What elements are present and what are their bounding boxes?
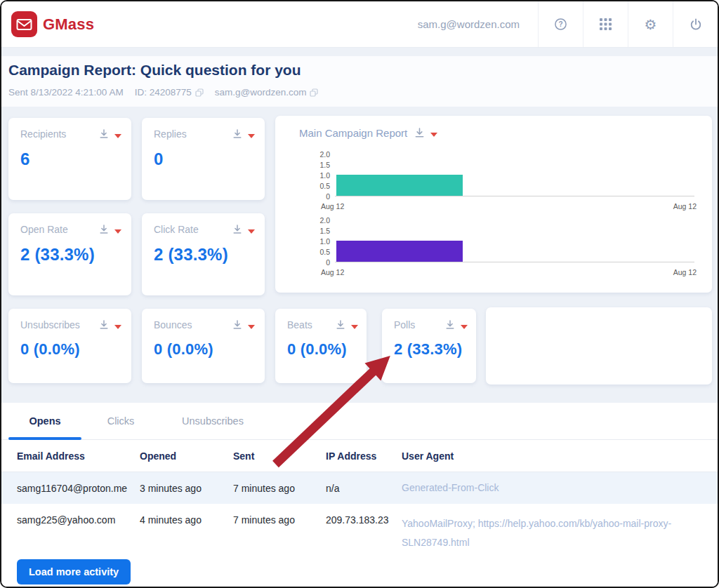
- stat-value: 6: [8, 140, 131, 169]
- stat-card-unsubscribes: Unsubscribes 0 (0.0%): [8, 309, 131, 383]
- caret-down-icon: [430, 133, 437, 137]
- cell-ip: 209.73.183.23: [326, 514, 402, 526]
- stat-label: Replies: [154, 128, 187, 140]
- download-icon: [232, 224, 243, 235]
- y-axis-clicks: 2.01.51.00.50: [303, 215, 330, 268]
- cell-email: samg225@yahoo.com: [17, 514, 140, 526]
- cell-user-agent: YahooMailProxy; https://help.yahoo.com/k…: [402, 514, 718, 552]
- stat-label: Open Rate: [20, 224, 68, 235]
- activity-tabs: Opens Clicks Unsubscribes: [1, 403, 718, 440]
- account-email: sam.g@wordzen.com: [418, 1, 538, 47]
- caret-down-icon: [114, 134, 121, 138]
- table-row: samg225@yahoo.com 4 minutes ago 7 minute…: [1, 504, 718, 559]
- cell-sent: 7 minutes ago: [233, 514, 326, 526]
- stat-card-polls: Polls 2 (33.3%): [382, 309, 476, 383]
- activity-section: Opens Clicks Unsubscribes Email Address …: [1, 403, 718, 587]
- col-header-sent: Sent: [233, 450, 326, 462]
- download-icon: [98, 319, 110, 330]
- stat-label: Recipients: [20, 128, 66, 140]
- stat-label: Polls: [394, 319, 415, 330]
- cell-opened: 4 minutes ago: [140, 514, 233, 526]
- sent-timestamp: Sent 8/13/2022 4:21:00 AM: [8, 87, 124, 98]
- col-header-ip: IP Address: [326, 450, 402, 462]
- stat-card-open-rate: Open Rate 2 (33.3%): [8, 213, 131, 295]
- download-menu[interactable]: [335, 319, 358, 330]
- x-axis-clicks: Aug 12Aug 12: [321, 268, 697, 276]
- tab-clicks[interactable]: Clicks: [81, 403, 160, 439]
- brand[interactable]: GMass: [1, 11, 94, 37]
- clicks-bar: [336, 241, 463, 262]
- download-icon: [232, 319, 243, 330]
- download-menu[interactable]: [98, 128, 121, 140]
- stat-value: 0: [142, 140, 265, 169]
- col-header-email: Email Address: [17, 450, 140, 462]
- download-icon: [444, 319, 456, 330]
- svg-text:?: ?: [558, 20, 562, 28]
- download-menu[interactable]: [98, 319, 121, 330]
- tab-opens[interactable]: Opens: [8, 403, 81, 439]
- table-row: samg116704@proton.me 3 minutes ago 7 min…: [1, 472, 718, 504]
- stat-value: 2 (33.3%): [142, 235, 265, 265]
- load-more-activity-button[interactable]: Load more activity: [17, 559, 131, 584]
- cell-user-agent: Generated-From-Click: [402, 479, 718, 497]
- power-icon[interactable]: [673, 1, 718, 47]
- download-icon: [98, 224, 110, 235]
- top-bar: GMass sam.g@wordzen.com ?: [1, 1, 718, 48]
- main-campaign-report-card: Main Campaign Report 2.01.51.00.50 Aug 1…: [275, 116, 712, 293]
- col-header-user-agent: User Agent: [402, 450, 718, 462]
- opens-bar: [336, 175, 463, 196]
- campaign-id: ID: 24208775: [135, 87, 204, 98]
- page-title: Campaign Report: Quick question for you: [8, 62, 301, 79]
- chart-title: Main Campaign Report: [299, 127, 407, 139]
- cell-email: samg116704@proton.me: [17, 483, 140, 494]
- stat-value: 0 (0.0%): [275, 330, 367, 359]
- stat-card-replies: Replies 0: [142, 118, 265, 200]
- apps-grid-icon[interactable]: [583, 1, 628, 47]
- opens-bar-chart: [335, 154, 694, 196]
- stat-card-beats: Beats 0 (0.0%): [275, 309, 367, 383]
- download-icon: [414, 127, 426, 139]
- x-axis-opens: Aug 12Aug 12: [321, 202, 697, 211]
- caret-down-icon: [248, 229, 255, 234]
- stat-label: Bounces: [154, 319, 192, 330]
- copy-icon[interactable]: [310, 88, 318, 97]
- download-menu[interactable]: [98, 224, 121, 235]
- download-icon: [98, 128, 110, 140]
- caret-down-icon: [114, 229, 121, 234]
- caret-down-icon: [114, 325, 121, 329]
- download-menu[interactable]: [232, 128, 255, 140]
- tab-unsubscribes[interactable]: Unsubscribes: [160, 403, 265, 439]
- campaign-meta: Sent 8/13/2022 4:21:00 AM ID: 24208775 s…: [8, 87, 318, 98]
- cell-ip: n/a: [326, 483, 402, 494]
- stat-label: Beats: [287, 319, 312, 330]
- stat-value: 2 (33.3%): [382, 330, 476, 359]
- copy-icon[interactable]: [195, 88, 204, 97]
- stat-card-recipients: Recipients 6: [8, 118, 131, 200]
- download-menu[interactable]: [232, 319, 255, 330]
- caret-down-icon: [461, 325, 468, 329]
- stat-card-click-rate: Click Rate 2 (33.3%): [142, 213, 265, 295]
- cell-opened: 3 minutes ago: [140, 483, 233, 494]
- download-icon: [232, 128, 243, 140]
- sender-email: sam.g@wordzen.com: [215, 87, 319, 98]
- campaign-header: Campaign Report: Quick question for you …: [1, 56, 718, 107]
- table-header: Email Address Opened Sent IP Address Use…: [1, 440, 718, 472]
- download-menu[interactable]: [232, 224, 255, 235]
- download-menu[interactable]: [414, 127, 437, 139]
- caret-down-icon: [248, 325, 255, 329]
- help-icon[interactable]: ?: [538, 1, 583, 47]
- download-menu[interactable]: [444, 319, 468, 330]
- clicks-bar-chart: [335, 220, 694, 262]
- gmass-report-window: GMass sam.g@wordzen.com ?: [0, 0, 719, 588]
- stat-value: 0 (0.0%): [142, 330, 265, 359]
- brand-name: GMass: [43, 15, 94, 34]
- settings-gear-icon[interactable]: ⚙: [628, 1, 673, 47]
- empty-panel: [486, 307, 712, 385]
- download-icon: [335, 319, 346, 330]
- caret-down-icon: [248, 134, 255, 138]
- stat-label: Click Rate: [154, 224, 199, 235]
- col-header-opened: Opened: [140, 450, 233, 462]
- y-axis-opens: 2.01.51.00.50: [303, 149, 330, 202]
- gmass-logo-icon: [11, 11, 37, 37]
- cell-sent: 7 minutes ago: [233, 483, 326, 494]
